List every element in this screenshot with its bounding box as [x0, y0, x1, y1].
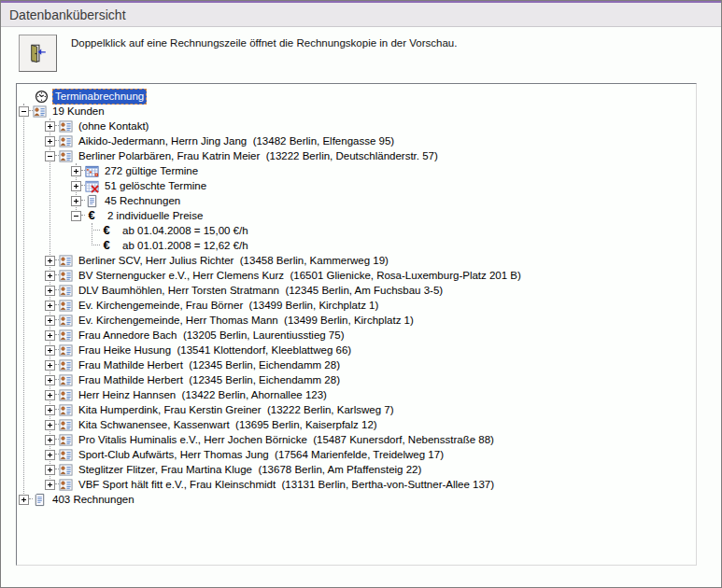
expander-plus-icon[interactable] [71, 181, 81, 191]
tree-item-label[interactable]: Frau Mathilde Herbert (12345 Berlin, Eic… [77, 358, 342, 372]
contact-card-icon [59, 388, 73, 402]
tree-item-customer[interactable]: Ev. Kirchengemeinde, Frau Börner (13499 … [17, 298, 696, 313]
tree-item-customer-expanded[interactable]: Berliner Polarbären, Frau Katrin Meier (… [17, 148, 696, 163]
tree-item-customer[interactable]: Frau Mathilde Herbert (12345 Berlin, Eic… [17, 357, 696, 372]
expander-plus-icon[interactable] [45, 390, 55, 400]
expander-minus-icon[interactable] [45, 151, 55, 161]
tree-item-customer[interactable]: BV Sternengucker e.V., Herr Clemens Kurz… [17, 268, 696, 283]
tree-item-label[interactable]: Pro Vitalis Huminalis e.V., Herr Jochen … [77, 433, 496, 447]
expander-minus-icon[interactable] [19, 106, 29, 117]
expander-plus-icon[interactable] [45, 301, 55, 311]
tree-item-label[interactable]: (ohne Kontakt) [77, 119, 150, 133]
tree-view: Terminabrechnung 19 Kunden (ohne Kontakt… [17, 84, 696, 507]
expander-plus-icon[interactable] [45, 271, 55, 281]
expander-plus-icon[interactable] [45, 121, 55, 132]
database-tree-panel[interactable]: Terminabrechnung 19 Kunden (ohne Kontakt… [16, 83, 697, 566]
expander-plus-icon[interactable] [45, 405, 55, 415]
expander-plus-icon[interactable] [45, 286, 55, 296]
expander-plus-icon[interactable] [45, 375, 55, 385]
expander-plus-icon[interactable] [19, 495, 29, 505]
tree-item-customer[interactable]: Aikido-Jedermann, Herrn Jing Jang (13482… [17, 133, 696, 148]
tree-item-label[interactable]: Berliner Polarbären, Frau Katrin Meier (… [77, 149, 440, 163]
expander-plus-icon[interactable] [45, 360, 55, 371]
tree-item-label[interactable]: Ev. Kirchengemeinde, Herr Thomas Mann (1… [77, 314, 416, 328]
tree-item-label[interactable]: Frau Annedore Bach (13205 Berlin, Lauren… [77, 329, 347, 343]
contact-card-icon [59, 149, 73, 163]
expander-plus-icon[interactable] [45, 480, 55, 490]
tree-item-customer[interactable]: Steglitzer Flitzer, Frau Martina Kluge (… [17, 462, 696, 477]
tree-item-terminabrechnung[interactable]: Terminabrechnung [17, 89, 696, 104]
expander-plus-icon[interactable] [45, 450, 55, 460]
calendar-icon [85, 164, 99, 178]
tree-item-customer[interactable]: Frau Mathilde Herbert (12345 Berlin, Eic… [17, 372, 696, 387]
window-title: Datenbankübersicht [1, 3, 721, 22]
expander-plus-icon[interactable] [45, 435, 55, 445]
contact-card-icon [59, 418, 73, 432]
tree-item-label[interactable]: Kita Schwanensee, Kassenwart (13695 Berl… [77, 418, 379, 432]
tree-item-label[interactable]: Frau Mathilde Herbert (12345 Berlin, Eic… [77, 373, 342, 387]
contact-card-icon [59, 448, 73, 462]
database-overview-window: Datenbankübersicht Doppelklick auf eine … [0, 0, 722, 588]
tree-item-customer[interactable]: Frau Heike Husung (13541 Klottendorf, Kl… [17, 343, 696, 357]
tree-item-deleted-appointments[interactable]: 51 gelöschte Termine [17, 178, 696, 193]
expander-plus-icon[interactable] [45, 330, 55, 341]
tree-item-label[interactable]: 403 Rechnungen [50, 493, 136, 507]
tree-item-customer[interactable]: (ohne Kontakt) [17, 119, 696, 133]
tree-item-individual-prices[interactable]: € 2 individuelle Preise [17, 208, 696, 223]
tree-item-customer[interactable]: Herr Heinz Hannsen (13422 Berlin, Ahorna… [17, 387, 696, 402]
tree-item-customer[interactable]: Sport-Club Aufwärts, Herr Thomas Jung (1… [17, 447, 696, 462]
tree-item-label[interactable]: ab 01.01.2008 = 12,62 €/h [120, 239, 250, 253]
expander-plus-icon[interactable] [71, 166, 81, 176]
contact-card-icon [59, 343, 73, 357]
tree-item-customer[interactable]: Kita Schwanensee, Kassenwart (13695 Berl… [17, 417, 696, 432]
contact-card-icon [59, 433, 73, 447]
tree-item-label[interactable]: BV Sternengucker e.V., Herr Clemens Kurz… [77, 269, 523, 283]
tree-item-label[interactable]: 45 Rechnungen [103, 194, 182, 208]
tree-item-customer[interactable]: DLV Baumhöhlen, Herr Torsten Stratmann (… [17, 283, 696, 298]
tree-item-customer[interactable]: Pro Vitalis Huminalis e.V., Herr Jochen … [17, 432, 696, 447]
tree-item-label[interactable]: Berliner SCV, Herr Julius Richter (13458… [77, 254, 390, 268]
tree-item-customer[interactable]: Berliner SCV, Herr Julius Richter (13458… [17, 253, 696, 268]
expander-minus-icon[interactable] [71, 211, 81, 221]
tree-item-customer[interactable]: VBF Sport hält fitt e.V., Frau Kleinschm… [17, 477, 696, 492]
tree-item-label[interactable]: VBF Sport hält fitt e.V., Frau Kleinschm… [77, 478, 496, 492]
tree-item-label[interactable]: 2 individuelle Preise [106, 209, 205, 223]
hint-text: Doppelklick auf eine Rechnungszeile öffn… [71, 37, 457, 49]
tree-item-label[interactable]: Steglitzer Flitzer, Frau Martina Kluge (… [77, 463, 423, 477]
tree-item-label[interactable]: 51 gelöschte Termine [103, 179, 208, 193]
tree-item-customer[interactable]: Ev. Kirchengemeinde, Herr Thomas Mann (1… [17, 313, 696, 328]
tree-item-customer[interactable]: Kita Humperdink, Frau Kerstin Greiner (1… [17, 402, 696, 417]
tree-item-label[interactable]: Ev. Kirchengemeinde, Frau Börner (13499 … [77, 299, 380, 313]
tree-item-label[interactable]: Herr Heinz Hannsen (13422 Berlin, Ahorna… [77, 388, 329, 402]
tree-item-label[interactable]: 272 gültige Termine [103, 164, 200, 178]
tree-item-label[interactable]: Frau Heike Husung (13541 Klottendorf, Kl… [77, 343, 353, 357]
tree-item-label[interactable]: ab 01.04.2008 = 15,00 €/h [120, 224, 250, 238]
expander-plus-icon[interactable] [71, 196, 81, 206]
expander-plus-icon[interactable] [45, 256, 55, 266]
tree-item-label[interactable]: Sport-Club Aufwärts, Herr Thomas Jung (1… [77, 448, 446, 462]
tree-item-label[interactable]: 19 Kunden [50, 105, 106, 119]
expander-plus-icon[interactable] [45, 315, 55, 326]
contact-card-icon [59, 314, 73, 328]
tree-item-customer[interactable]: Frau Annedore Bach (13205 Berlin, Lauren… [17, 328, 696, 343]
tree-item-valid-appointments[interactable]: 272 gültige Termine [17, 163, 696, 178]
tree-connector [92, 230, 100, 231]
expander-plus-icon[interactable] [45, 345, 55, 356]
contact-card-icon [59, 373, 73, 387]
expander-plus-icon[interactable] [45, 465, 55, 475]
tree-item-invoices[interactable]: 45 Rechnungen [17, 193, 696, 208]
tree-item-rechnungen-group[interactable]: 403 Rechnungen [17, 492, 696, 507]
tree-item-price[interactable]: € ab 01.01.2008 = 12,62 €/h [17, 238, 696, 253]
tree-item-label[interactable]: Aikido-Jedermann, Herrn Jing Jang (13482… [77, 134, 396, 148]
tree-item-label-selected[interactable]: Terminabrechnung [52, 89, 147, 105]
expander-plus-icon[interactable] [45, 136, 55, 147]
tree-item-label[interactable]: DLV Baumhöhlen, Herr Torsten Stratmann (… [77, 284, 445, 298]
contact-card-icon [59, 403, 73, 417]
contact-card-icon [59, 119, 73, 133]
tree-item-price[interactable]: € ab 01.04.2008 = 15,00 €/h [17, 223, 696, 238]
tree-item-label[interactable]: Kita Humperdink, Frau Kerstin Greiner (1… [77, 403, 395, 417]
close-view-button[interactable] [19, 35, 57, 72]
contact-card-icon [59, 284, 73, 298]
expander-plus-icon[interactable] [45, 420, 55, 430]
tree-item-kunden-group[interactable]: 19 Kunden [17, 104, 696, 119]
